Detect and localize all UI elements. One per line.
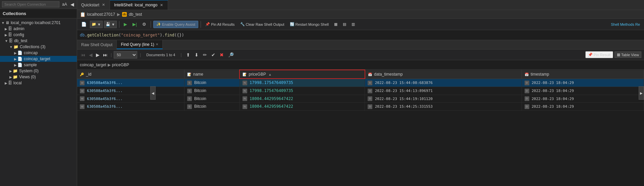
page-size-select[interactable]: 50 10 25 100 200 <box>114 51 137 59</box>
export-button[interactable]: ⬆ <box>184 52 192 58</box>
sidebar-item-admin[interactable]: ▶ 🗄 admin <box>0 26 77 32</box>
settings-button[interactable]: ⚙ <box>140 21 148 27</box>
nav-first-button[interactable]: ⏮ <box>80 52 87 58</box>
cell-name: S Bitcoin <box>184 95 239 103</box>
sidebar-item-system[interactable]: ▶ 📁 System (0) <box>0 68 77 74</box>
nav-last-button[interactable]: ⏭ <box>102 52 109 58</box>
collections-label: Collections <box>0 9 77 18</box>
sidebar-item-label: Views (0) <box>19 75 36 79</box>
table-view-label: Table View <box>621 53 639 57</box>
run-button[interactable]: ▶ <box>122 21 129 27</box>
cell-name-value: Bitcoin <box>194 80 206 85</box>
layout-button-2[interactable]: ▤ <box>341 21 348 27</box>
path-collection: coincap_target <box>80 63 106 67</box>
table-row[interactable]: id 630508a45b3f6... S Bitcoin N 17998.17… <box>77 79 644 87</box>
sidebar-item-coincap-target[interactable]: ▶ 📄 coincap_target <box>0 56 77 62</box>
column-header-priceGBP[interactable]: 📝 priceGBP ▲ <box>239 70 365 79</box>
cell-id-value: 630508a45b3f6... <box>87 81 122 85</box>
cell-data-timestamp: D 2022-08-23 15:44:08:683876 <box>365 79 522 87</box>
tab-raw-shell-output[interactable]: Raw Shell Output <box>77 40 117 49</box>
pin-result-button[interactable]: 📌 Pin Result <box>585 51 613 58</box>
query-keyword-db: db <box>80 33 85 37</box>
close-tab-button[interactable]: ✕ <box>159 3 164 7</box>
table-row[interactable]: id 630508a45b3f6... S Bitcoin N 17998.17… <box>77 87 644 95</box>
sidebar-item-sample[interactable]: ▶ 📄 sample <box>0 62 77 68</box>
aa-button[interactable]: aA <box>61 2 68 7</box>
tab-label: Quickstart <box>81 3 99 7</box>
cell-priceGBP: N 17998.175476409735 <box>239 87 365 95</box>
breadcrumb-bar: 📋 localhost:27017 ▶ db db_test <box>77 10 644 19</box>
run-step-button[interactable]: ▶| <box>130 21 139 27</box>
table-row[interactable]: id 630508a45b3f6... S Bitcoin N 18004.44… <box>77 95 644 103</box>
table-view-button[interactable]: ▦ Table View <box>614 52 641 58</box>
layout-button-1[interactable]: ▦ <box>332 21 339 27</box>
tab-label: IntelliShell: local_mongo <box>114 3 157 7</box>
sidebar-item-db-test[interactable]: ▼ 🗄 db_test <box>0 38 77 44</box>
sidebar-item-views[interactable]: ▶ 📁 Views (0) <box>0 74 77 80</box>
edit-button[interactable]: ✏ <box>201 52 209 58</box>
filter-button[interactable]: 🔎 <box>226 52 235 58</box>
sidebar-item-local-mongo[interactable]: ▼ 🖥 local_mongo localhost:2701 <box>0 20 77 26</box>
tab-intellishell[interactable]: IntelliShell: local_mongo ✕ <box>110 0 168 10</box>
id-icon: id <box>80 81 85 85</box>
run-step-icon: ▶| <box>132 22 137 27</box>
date-icon: D <box>368 104 372 109</box>
close-tab-button[interactable]: ✕ <box>101 3 106 7</box>
query-assist-label: Enable Query Assist <box>162 22 195 26</box>
sidebar-item-coincap[interactable]: ▶ 📄 coincap <box>0 50 77 56</box>
save-dropdown[interactable]: 💾 ▼ <box>104 21 117 28</box>
nav-next-button[interactable]: ▶ <box>95 52 101 58</box>
delete-button[interactable]: ✖ <box>218 52 225 58</box>
query-method: getCollection <box>87 33 119 37</box>
chevron-icon: ▼ <box>5 39 8 43</box>
chevron-icon: ▶ <box>14 57 17 61</box>
sidebar-item-local[interactable]: ▶ 🗄 local <box>0 80 77 86</box>
string-icon: S <box>187 104 192 109</box>
cell-timestamp: D 2022-08-23 18:04:29 <box>522 95 644 103</box>
folder-icon: 📁 <box>92 22 96 26</box>
close-subtab-button[interactable]: ✕ <box>156 42 158 46</box>
collection-icon: 📄 <box>17 57 22 61</box>
folder-icon: 📁 <box>13 44 18 49</box>
cell-timestamp: D 2022-08-23 18:04:29 <box>522 87 644 95</box>
query-assist-button[interactable]: ✨ Enable Query Assist <box>153 21 198 28</box>
collection-icon: 📄 <box>17 51 22 55</box>
import-button[interactable]: ⬇ <box>193 52 200 58</box>
pin-icon: 📌 <box>205 22 210 26</box>
column-header-name[interactable]: 📝 name <box>184 70 239 79</box>
column-header-id[interactable]: 🔑 _id <box>77 70 184 79</box>
clear-shell-output-button[interactable]: 🔧 Clear Raw Shell Output <box>238 21 286 27</box>
settings-icon: ⚙ <box>142 22 146 27</box>
column-header-timestamp[interactable]: 📅 timestamp <box>522 70 644 79</box>
table-row[interactable]: id 630508a45b3f6... S Bitcoin N 18004.44… <box>77 103 644 111</box>
expand-panel-button[interactable]: ▶ <box>639 86 644 100</box>
cell-id-value: 630508a45b3f6... <box>87 97 122 101</box>
column-header-data-timestamp[interactable]: 📅 data_timestamp <box>365 70 522 79</box>
collapse-sidebar-button[interactable]: ◀ <box>70 2 75 7</box>
new-file-button[interactable]: 📄 <box>79 21 89 27</box>
search-connection-input[interactable] <box>2 1 59 7</box>
layout-icon-3: ▥ <box>352 22 355 26</box>
column-label: data_timestamp <box>374 72 402 77</box>
sidebar-item-config[interactable]: ▶ 🗄 config <box>0 32 77 38</box>
cell-timestamp: D 2022-08-23 18:04:29 <box>522 79 644 87</box>
column-icon: 🔑 <box>80 73 84 76</box>
layout-button-3[interactable]: ▥ <box>350 21 357 27</box>
db-icon: 🗄 <box>8 81 12 85</box>
collapse-sidebar-button[interactable]: ◀ <box>150 86 156 100</box>
pin-all-results-button[interactable]: 📌 Pin All Results <box>203 21 236 27</box>
tab-find-query[interactable]: Find Query (line 1) ✕ <box>117 40 162 49</box>
open-dropdown[interactable]: 📁 ▼ <box>90 21 103 28</box>
sidebar-item-collections[interactable]: ▼ 📁 Collections (3) <box>0 44 77 50</box>
new-file-icon: 📄 <box>81 22 87 27</box>
nav-prev-button[interactable]: ◀ <box>88 52 94 58</box>
cell-name: S Bitcoin <box>184 79 239 87</box>
date-icon: D <box>368 81 372 85</box>
run-icon: ▶ <box>124 22 127 27</box>
confirm-button[interactable]: ✔ <box>210 52 217 58</box>
shell-methods-button[interactable]: Shell Methods Re <box>609 22 642 27</box>
tab-quickstart[interactable]: Quickstart ✕ <box>77 0 110 10</box>
cell-ts-value: 2022-08-23 15:44:13:896971 <box>375 89 433 93</box>
restart-mongo-shell-button[interactable]: 🔄 Restart Mongo Shell <box>288 21 331 27</box>
chevron-icon: ▶ <box>5 81 7 85</box>
